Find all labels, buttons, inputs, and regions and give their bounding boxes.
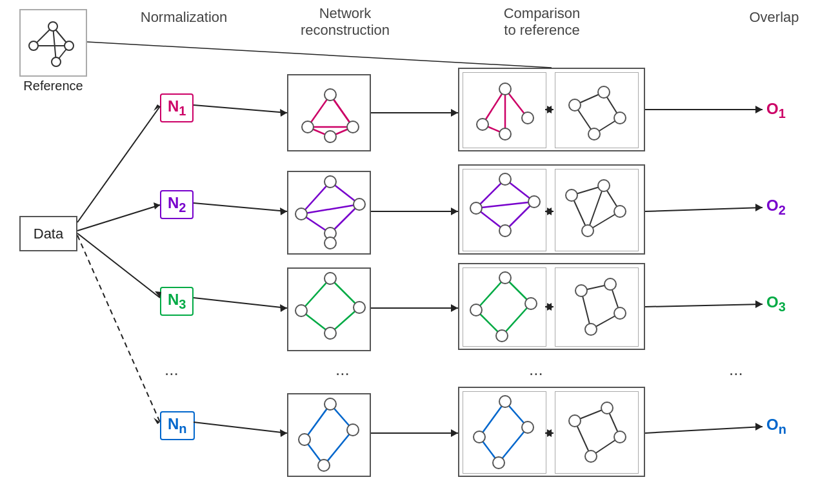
svg-marker-155 (755, 423, 763, 431)
svg-marker-135 (451, 429, 458, 437)
svg-line-154 (645, 427, 763, 433)
svg-line-112 (77, 106, 160, 222)
svg-marker-151 (755, 204, 763, 211)
svg-line-124 (194, 203, 287, 211)
svg-line-156 (87, 42, 552, 68)
svg-line-128 (194, 298, 287, 308)
svg-line-116 (77, 233, 160, 298)
arrows-svg (0, 0, 818, 504)
svg-line-150 (645, 208, 763, 211)
svg-line-120 (194, 105, 287, 113)
svg-line-118 (77, 235, 160, 422)
svg-line-114 (77, 205, 160, 231)
svg-marker-127 (451, 208, 458, 215)
svg-marker-133 (280, 429, 287, 437)
svg-marker-121 (280, 109, 287, 117)
svg-marker-129 (280, 304, 287, 312)
svg-marker-153 (755, 300, 763, 308)
svg-marker-123 (451, 109, 458, 117)
svg-marker-125 (280, 208, 287, 215)
svg-marker-149 (755, 106, 763, 113)
svg-line-152 (645, 304, 763, 307)
svg-marker-131 (451, 304, 458, 312)
svg-line-132 (194, 422, 287, 433)
diagram: Normalization Networkreconstruction Comp… (0, 0, 818, 504)
